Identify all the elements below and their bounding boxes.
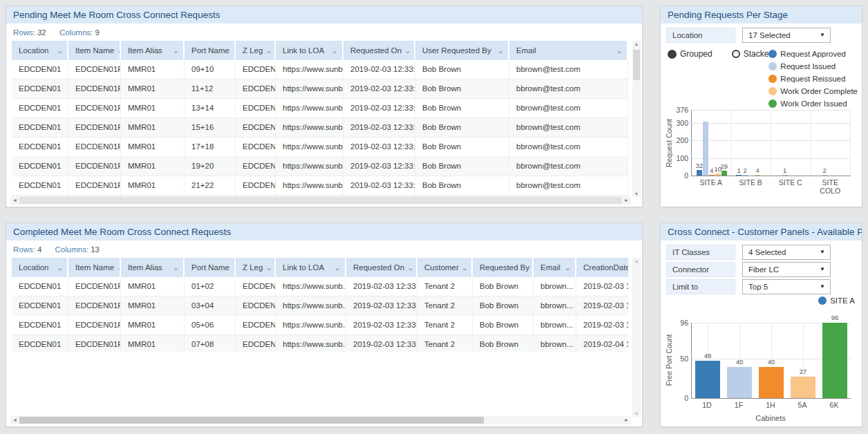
table-row[interactable]: EDCDEN01EDCDEN01PP...MMR0105+06EDCDEN...… — [12, 316, 628, 335]
x-tick-label: 6K — [818, 401, 850, 409]
bar-slot: 29 — [721, 110, 727, 176]
table-cell: bbrown... — [534, 277, 576, 296]
ports-chart-legend[interactable]: SITE A — [818, 296, 855, 305]
column-header[interactable]: User Requested By⌄ — [415, 41, 509, 60]
horizontal-scrollbar[interactable]: ◄ ► — [10, 196, 631, 205]
column-header[interactable]: Item Name⌄ — [68, 41, 121, 60]
table-cell: EDCDEN01 — [12, 316, 68, 334]
scrollbar-thumb[interactable] — [19, 197, 622, 204]
chevron-down-icon[interactable]: ⌄ — [332, 46, 338, 55]
chevron-down-icon[interactable]: ⌄ — [57, 263, 63, 272]
table-row[interactable]: EDCDEN01EDCDEN01PP...MMR0117+18EDCDEN...… — [12, 138, 628, 157]
it-classes-filter-label: IT Classes — [666, 245, 735, 260]
table-row[interactable]: EDCDEN01EDCDEN01PP...MMR0107+08EDCDEN...… — [12, 335, 628, 352]
panel-available-ports: Cross Connect - Customer Panels - Availa… — [660, 223, 862, 427]
column-header[interactable]: Requested By⌄ — [473, 258, 534, 277]
legend-label: SITE A — [830, 296, 855, 305]
table-cell: 13+14 — [185, 99, 236, 117]
location-filter-dropdown[interactable]: 17 Selected ▼ — [742, 28, 831, 43]
table-row[interactable]: EDCDEN01EDCDEN01PP...MMR0101+02EDCDEN...… — [12, 277, 628, 296]
scroll-up-icon[interactable]: ▲ — [632, 258, 641, 263]
chevron-down-icon[interactable]: ⌄ — [173, 46, 179, 55]
limit-filter-dropdown[interactable]: Top 5 ▼ — [742, 279, 831, 294]
legend-item[interactable]: Request Reissued — [768, 73, 858, 85]
column-header[interactable]: Link to LOA⌄ — [276, 258, 346, 277]
table-row[interactable]: EDCDEN01EDCDEN01PP...MMR0113+14EDCDEN...… — [12, 99, 628, 118]
column-header[interactable]: Link to LOA⌄ — [276, 41, 343, 60]
column-header[interactable]: Requested On⌄ — [343, 41, 415, 60]
chevron-down-icon[interactable]: ⌄ — [565, 263, 571, 272]
vertical-scrollbar[interactable]: ▲ ▼ — [632, 258, 641, 417]
table-cell: EDCDEN01PP... — [68, 296, 121, 315]
legend-item[interactable]: Request Approved — [768, 48, 858, 60]
bar-slot — [840, 110, 847, 176]
scroll-right-icon[interactable]: ► — [624, 416, 629, 424]
chevron-down-icon[interactable]: ⌄ — [265, 46, 272, 55]
scroll-down-icon[interactable]: ▼ — [632, 191, 641, 196]
chevron-down-icon[interactable]: ⌄ — [173, 263, 179, 272]
connector-filter-dropdown[interactable]: Fiber LC ▼ — [742, 262, 831, 277]
bar-value-label: 4 — [756, 167, 760, 174]
chevron-down-icon[interactable]: ⌄ — [265, 263, 272, 272]
bar-slot — [815, 110, 822, 176]
legend-item[interactable]: Work Order Complete — [768, 85, 858, 97]
y-tick-label: 0 — [661, 394, 688, 402]
column-header[interactable]: Item Name⌄ — [68, 258, 121, 277]
chevron-down-icon[interactable]: ⌄ — [407, 263, 413, 272]
table-cell: EDCDEN... — [236, 138, 276, 156]
column-header[interactable]: Item Alias⌄ — [121, 41, 185, 60]
bar-slot: 1 — [782, 110, 788, 176]
panel-pending-per-stage: Pending Requests Per Stage Location 17 S… — [660, 6, 862, 207]
scroll-left-icon[interactable]: ◄ — [12, 416, 17, 424]
column-header[interactable]: Z Leg⌄ — [236, 258, 276, 277]
table-cell: Tenant 2 — [417, 296, 473, 315]
it-classes-filter-dropdown[interactable]: 4 Selected ▼ — [742, 245, 831, 260]
x-axis-ticks: 1D1F1H5A6K — [691, 399, 850, 410]
scroll-left-icon[interactable]: ◄ — [12, 196, 17, 205]
bar-group: 48 — [692, 323, 724, 398]
column-header[interactable]: Item Alias⌄ — [121, 258, 185, 277]
scroll-down-icon[interactable]: ▼ — [632, 411, 641, 416]
chevron-down-icon[interactable]: ⌄ — [57, 46, 63, 55]
table-row[interactable]: EDCDEN01EDCDEN01PP...MMR0121+22EDCDEN...… — [12, 176, 628, 196]
legend-item[interactable]: Request Issued — [768, 60, 858, 73]
column-header[interactable]: Customer⌄ — [417, 258, 473, 277]
column-header[interactable]: Port Name⌄ — [185, 41, 236, 60]
table-cell: 11+12 — [185, 79, 236, 98]
radio-grouped[interactable]: Grouped — [668, 49, 713, 59]
column-header[interactable]: Email⌄ — [534, 258, 576, 277]
column-header[interactable]: Email⌄ — [509, 41, 628, 60]
chevron-down-icon[interactable]: ⌄ — [404, 46, 411, 55]
column-header[interactable]: CreationDate⌄ — [576, 258, 628, 277]
chevron-down-icon[interactable]: ⌄ — [616, 46, 623, 55]
table-row[interactable]: EDCDEN01EDCDEN01PP...MMR0103+04EDCDEN...… — [12, 296, 628, 316]
table-cell: EDCDEN01PP... — [68, 277, 121, 296]
column-header[interactable]: Location⌄ — [12, 41, 68, 60]
scrollbar-thumb[interactable] — [633, 50, 640, 80]
scroll-right-icon[interactable]: ► — [624, 196, 629, 205]
legend-label: Work Order Complete — [780, 87, 858, 95]
column-header[interactable]: Requested On⌄ — [346, 258, 417, 277]
table-row[interactable]: EDCDEN01EDCDEN01PP...MMR0111+12EDCDEN...… — [12, 79, 628, 99]
table-cell: https://www.sunb... — [276, 60, 343, 79]
radio-stacked[interactable]: Stacked — [732, 49, 773, 59]
table-row[interactable]: EDCDEN01EDCDEN01PP...MMR0119+20EDCDEN...… — [12, 157, 628, 176]
chevron-down-icon[interactable]: ⌄ — [334, 263, 341, 272]
bar-slot: 4 — [755, 110, 761, 176]
scroll-up-icon[interactable]: ▲ — [632, 41, 641, 46]
scrollbar-thumb[interactable] — [19, 417, 484, 424]
chevron-down-icon[interactable]: ⌄ — [498, 46, 504, 55]
y-tick-label: 200 — [661, 136, 688, 144]
column-header[interactable]: Port Name⌄ — [185, 258, 236, 277]
horizontal-scrollbar[interactable]: ◄ ► — [10, 416, 631, 424]
column-header[interactable]: Z Leg⌄ — [236, 41, 276, 60]
column-header[interactable]: Location⌄ — [12, 258, 68, 277]
table-row[interactable]: EDCDEN01EDCDEN01PP...MMR0109+10EDCDEN...… — [12, 60, 628, 79]
table-row[interactable]: EDCDEN01EDCDEN01PP...MMR0115+16EDCDEN...… — [12, 118, 628, 138]
table-cell: bbrown... — [534, 296, 576, 315]
vertical-scrollbar[interactable]: ▲ ▼ — [632, 41, 641, 197]
chevron-down-icon[interactable]: ⌄ — [462, 263, 468, 272]
table-cell: 2019-02-03 12:33:... — [343, 118, 415, 137]
legend-item[interactable]: Work Order Issued — [768, 97, 858, 110]
x-tick-label: SITE C — [771, 178, 811, 187]
